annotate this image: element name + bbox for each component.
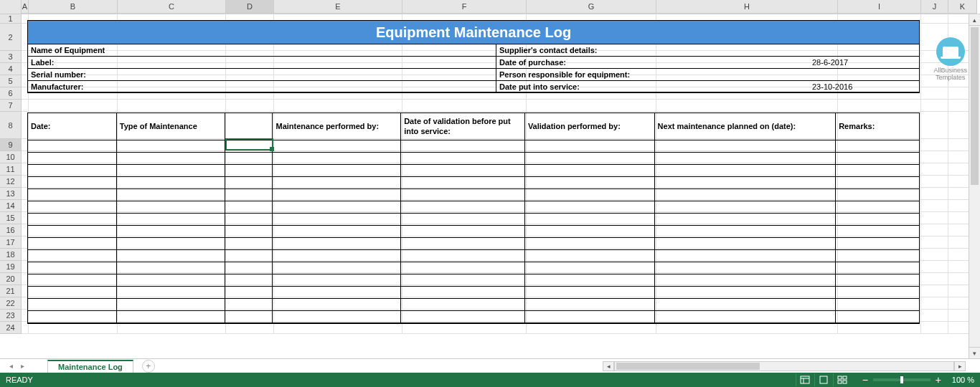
log-cell[interactable] — [225, 238, 273, 250]
log-cell[interactable] — [401, 250, 525, 262]
grid-body[interactable]: Equipment Maintenance Log Name of Equipm… — [22, 14, 980, 334]
zoom-level[interactable]: 100 % — [952, 376, 974, 384]
log-cell[interactable] — [836, 189, 919, 201]
row-header-22[interactable]: 22 — [0, 297, 22, 310]
log-cell[interactable] — [836, 201, 919, 214]
log-cell[interactable] — [28, 140, 117, 153]
column-header-E[interactable]: E — [274, 0, 402, 14]
log-cell[interactable] — [525, 214, 655, 226]
log-cell[interactable] — [225, 262, 273, 274]
log-cell[interactable] — [225, 153, 273, 165]
row-header-18[interactable]: 18 — [0, 249, 22, 261]
log-cell[interactable] — [273, 311, 401, 323]
log-cell[interactable] — [836, 226, 919, 238]
log-cell[interactable] — [225, 226, 273, 238]
tab-nav-next[interactable]: ▸ — [17, 361, 27, 371]
log-cell[interactable] — [225, 311, 273, 323]
log-cell[interactable] — [525, 177, 655, 189]
row-header-10[interactable]: 10 — [0, 151, 22, 163]
log-cell[interactable] — [655, 238, 837, 250]
log-cell[interactable] — [525, 262, 655, 274]
column-header-K[interactable]: K — [948, 0, 977, 14]
log-cell[interactable] — [225, 274, 273, 287]
log-cell[interactable] — [836, 262, 919, 274]
log-cell[interactable] — [28, 311, 117, 323]
log-cell[interactable] — [225, 189, 273, 201]
info-value-left-3[interactable] — [225, 81, 496, 92]
sheet-tab-active[interactable]: Maintenance Log — [47, 360, 133, 373]
log-cell[interactable] — [836, 274, 919, 287]
log-cell[interactable] — [273, 214, 401, 226]
log-cell[interactable] — [655, 201, 837, 214]
log-cell[interactable] — [117, 201, 225, 214]
log-cell[interactable] — [836, 299, 919, 311]
row-header-1[interactable]: 1 — [0, 14, 22, 24]
log-cell[interactable] — [117, 177, 225, 189]
vscroll-thumb[interactable] — [971, 27, 979, 185]
log-cell[interactable] — [655, 311, 837, 323]
row-header-14[interactable]: 14 — [0, 200, 22, 212]
log-cell[interactable] — [836, 153, 919, 165]
log-cell[interactable] — [117, 299, 225, 311]
log-cell[interactable] — [28, 250, 117, 262]
log-cell[interactable] — [225, 201, 273, 214]
scroll-up-button[interactable]: ▴ — [969, 14, 980, 26]
column-header-I[interactable]: I — [838, 0, 921, 14]
add-sheet-button[interactable]: + — [142, 360, 155, 373]
row-header-6[interactable]: 6 — [0, 87, 22, 100]
log-cell[interactable] — [273, 250, 401, 262]
log-cell[interactable] — [401, 299, 525, 311]
log-cell[interactable] — [401, 165, 525, 177]
log-cell[interactable] — [525, 140, 655, 153]
zoom-slider-thumb[interactable] — [900, 376, 903, 383]
log-cell[interactable] — [655, 165, 837, 177]
hscroll-left-button[interactable]: ◂ — [603, 361, 614, 371]
row-header-9[interactable]: 9 — [0, 139, 22, 151]
hscroll-track[interactable] — [614, 361, 954, 371]
log-cell[interactable] — [836, 250, 919, 262]
log-cell[interactable] — [655, 140, 837, 153]
log-cell[interactable] — [401, 311, 525, 323]
log-cell[interactable] — [28, 238, 117, 250]
log-cell[interactable] — [117, 238, 225, 250]
zoom-in-button[interactable]: + — [933, 375, 943, 385]
log-cell[interactable] — [401, 262, 525, 274]
horizontal-scrollbar[interactable]: ◂ ▸ — [603, 360, 966, 373]
log-cell[interactable] — [28, 177, 117, 189]
log-cell[interactable] — [836, 214, 919, 226]
log-cell[interactable] — [273, 226, 401, 238]
log-cell[interactable] — [836, 311, 919, 323]
log-cell[interactable] — [525, 165, 655, 177]
info-value-left-1[interactable] — [225, 57, 496, 68]
log-cell[interactable] — [655, 177, 837, 189]
log-cell[interactable] — [117, 287, 225, 299]
log-cell[interactable] — [401, 153, 525, 165]
log-cell[interactable] — [836, 165, 919, 177]
select-all-corner[interactable] — [0, 0, 22, 14]
log-cell[interactable] — [225, 214, 273, 226]
row-header-7[interactable]: 7 — [0, 100, 22, 112]
log-cell[interactable] — [525, 238, 655, 250]
log-cell[interactable] — [401, 274, 525, 287]
log-cell[interactable] — [225, 287, 273, 299]
zoom-out-button[interactable]: − — [860, 375, 870, 385]
log-cell[interactable] — [655, 262, 837, 274]
log-cell[interactable] — [273, 299, 401, 311]
row-header-21[interactable]: 21 — [0, 285, 22, 297]
log-cell[interactable] — [117, 250, 225, 262]
log-cell[interactable] — [273, 274, 401, 287]
log-cell[interactable] — [28, 153, 117, 165]
column-header-G[interactable]: G — [527, 0, 656, 14]
log-cell[interactable] — [28, 299, 117, 311]
zoom-slider-track[interactable] — [873, 378, 930, 381]
log-cell[interactable] — [28, 201, 117, 214]
column-header-H[interactable]: H — [656, 0, 838, 14]
log-cell[interactable] — [273, 189, 401, 201]
log-cell[interactable] — [655, 226, 837, 238]
row-header-24[interactable]: 24 — [0, 322, 22, 334]
info-value-right-0[interactable] — [809, 44, 919, 56]
log-cell[interactable] — [655, 274, 837, 287]
column-header-J[interactable]: J — [921, 0, 948, 14]
row-header-12[interactable]: 12 — [0, 176, 22, 188]
log-cell[interactable] — [525, 153, 655, 165]
